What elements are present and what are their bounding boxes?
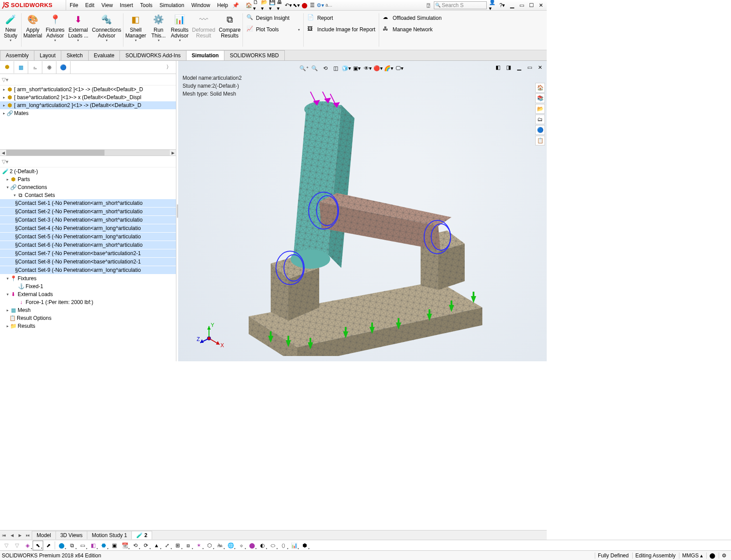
taskpane-home-icon[interactable]: 🏠	[535, 83, 545, 93]
compare-results-button[interactable]: ⧉ Compare Results	[217, 11, 242, 49]
user-icon[interactable]: 👤▾	[489, 1, 496, 9]
zoom-fit-icon[interactable]: 🔍⁺	[299, 63, 309, 73]
offloaded-sim-button[interactable]: ☁Offloaded Simulation	[382, 13, 442, 23]
menu-tools[interactable]: Tools	[137, 2, 156, 8]
plot-tools-button[interactable]: 📈Plot Tools▾	[246, 25, 301, 34]
contact-set-item[interactable]: §Contact Set-7 (-No Penetration<base^art…	[0, 249, 176, 258]
contact-set-item[interactable]: §Contact Set-3 (-No Penetration<arm_shor…	[0, 216, 176, 224]
select-icon[interactable]: ⬉▾	[292, 1, 300, 9]
menu-view[interactable]: View	[98, 2, 116, 8]
vp-panel-r-icon[interactable]: ◨	[503, 63, 513, 72]
contact-set-item[interactable]: §Contact Set-1 (-No Penetration<arm_shor…	[0, 199, 176, 208]
tree-item[interactable]: [ base^articulation2 ]<1>-> x (Default<<…	[14, 94, 141, 100]
panel-tab-feature[interactable]: ⬢	[0, 61, 14, 74]
close-icon[interactable]: ✕	[537, 1, 545, 9]
help-bubble-icon[interactable]: ⍰	[424, 1, 432, 9]
view-settings-icon[interactable]: 🖵▾	[395, 63, 404, 73]
maximize-icon[interactable]: ☐	[527, 1, 535, 9]
contact-set-item[interactable]: §Contact Set-8 (-No Penetration<base^art…	[0, 258, 176, 266]
hscrollbar[interactable]: ◀▶	[0, 149, 176, 156]
tree-fixed[interactable]: Fixed-1	[26, 283, 43, 289]
tree-item[interactable]: [ arm_long^articulation2 ]<1> -> (Defaul…	[14, 102, 141, 108]
run-this-button[interactable]: ⚙️ Run This... ▾	[148, 11, 169, 49]
display-style-icon[interactable]: ▣▾	[352, 63, 362, 73]
tree-item-mates[interactable]: Mates	[14, 110, 29, 116]
tree-connections[interactable]: Connections	[18, 184, 47, 190]
tree-fixtures[interactable]: Fixtures	[18, 275, 37, 282]
prev-view-icon[interactable]: ⟲	[321, 63, 330, 73]
taskpane-design-icon[interactable]: 📚	[535, 93, 545, 103]
search-input[interactable]: 🔍 Search S	[434, 1, 487, 9]
external-loads-button[interactable]: ⬇ External Loads ... ▾	[66, 11, 90, 49]
hide-show-icon[interactable]: 👁▾	[363, 63, 373, 73]
menu-simulation[interactable]: Simulation	[156, 2, 188, 8]
tree-results[interactable]: Results	[18, 323, 35, 329]
manage-network-button[interactable]: 🖧Manage Network	[382, 25, 442, 34]
shell-manager-button[interactable]: ◧ Shell Manager ▾	[123, 11, 148, 49]
tree-force[interactable]: Force-1 (:Per item: 2000 lbf:)	[26, 299, 93, 305]
taskpane-appearance-icon[interactable]: 🔵	[535, 125, 545, 135]
panel-tab-dim[interactable]: ⊕	[42, 61, 56, 74]
study-root[interactable]: 2 (-Default-)	[10, 168, 38, 174]
connections-advisor-button[interactable]: 🔩 Connections Advisor ▾	[90, 11, 123, 49]
menu-file[interactable]: File	[66, 2, 82, 8]
tab-mbd[interactable]: SOLIDWORKS MBD	[224, 50, 284, 60]
graphics-viewport[interactable]: 🔍⁺ 🔍 ⟲ ◫ 🧊▾ ▣▾ 👁▾ 🔴▾ 🌈▾ 🖵▾ ◧ ◨ ▁ ▭ ✕ 🏠 📚…	[178, 61, 547, 361]
zoom-area-icon[interactable]: 🔍	[310, 63, 320, 73]
open-icon[interactable]: 📂▾	[261, 1, 269, 9]
contact-set-item[interactable]: §Contact Set-4 (-No Penetration<arm_long…	[0, 224, 176, 233]
panel-nav-arrow[interactable]: 〉	[162, 61, 176, 74]
restore-icon[interactable]: ▭	[518, 1, 526, 9]
contact-set-item[interactable]: §Contact Set-9 (-No Penetration<arm_long…	[0, 266, 176, 274]
apply-material-button[interactable]: 🎨 Apply Material	[22, 11, 44, 49]
study-tree[interactable]: 🧪2 (-Default-) ▸⬢Parts ▾🔗Connections ▾⧉C…	[0, 167, 176, 361]
options-icon[interactable]: ☰	[308, 1, 316, 9]
tree-loads[interactable]: External Loads	[18, 291, 53, 297]
report-button[interactable]: 📄Report	[306, 13, 376, 23]
tab-evaluate[interactable]: Evaluate	[88, 50, 120, 60]
tab-simulation[interactable]: Simulation	[186, 50, 224, 60]
panel-tab-property[interactable]: ▦	[14, 61, 28, 74]
contact-set-item[interactable]: §Contact Set-5 (-No Penetration<arm_long…	[0, 233, 176, 241]
vp-minimize-icon[interactable]: ▁	[514, 63, 524, 72]
menu-edit[interactable]: Edit	[82, 2, 98, 8]
help-icon[interactable]: ?▾	[498, 1, 506, 9]
vp-close-icon[interactable]: ✕	[535, 63, 545, 72]
vp-restore-icon[interactable]: ▭	[525, 63, 534, 72]
tree-item[interactable]: [ arm_short^articulation2 ]<1> -> (Defau…	[14, 86, 143, 93]
panel-tab-appearance[interactable]: 🔵	[56, 61, 71, 74]
settings-icon[interactable]: ⚙▾	[316, 1, 324, 9]
taskpane-view-icon[interactable]: 🗂	[535, 115, 545, 124]
fixtures-advisor-button[interactable]: 📍 Fixtures Advisor ▾	[44, 11, 67, 49]
panel-tab-config[interactable]: ⎁	[28, 61, 42, 74]
section-view-icon[interactable]: ◫	[331, 63, 341, 73]
taskpane-file-icon[interactable]: 📂	[535, 104, 545, 114]
vp-panel-l-icon[interactable]: ◧	[493, 63, 503, 72]
save-icon[interactable]: 💾▾	[269, 1, 276, 9]
menu-insert[interactable]: Insert	[116, 2, 137, 8]
new-study-button[interactable]: 🧪 New Study ▾	[0, 11, 21, 49]
tab-addins[interactable]: SOLIDWORKS Add-Ins	[119, 50, 186, 60]
tree-contact-sets[interactable]: Contact Sets	[25, 192, 55, 198]
appearance-icon[interactable]: 🔴▾	[373, 63, 383, 73]
view-orient-icon[interactable]: 🧊▾	[342, 63, 351, 73]
contact-set-item[interactable]: §Contact Set-6 (-No Penetration<arm_shor…	[0, 241, 176, 249]
design-insight-button[interactable]: 🔍Design Insight	[246, 13, 301, 23]
include-image-button[interactable]: 🖼Include Image for Report	[306, 25, 376, 34]
feature-tree[interactable]: ▸⬢[ arm_short^articulation2 ]<1> -> (Def…	[0, 85, 176, 156]
print-icon[interactable]: 🖶▾	[276, 1, 284, 9]
menu-help[interactable]: Help	[214, 2, 232, 8]
results-advisor-button[interactable]: 📊 Results Advisor ▾	[169, 11, 190, 49]
filter-icon[interactable]: ▽▾	[2, 77, 8, 83]
undo-icon[interactable]: ↶▾	[284, 1, 292, 9]
scene-icon[interactable]: 🌈▾	[384, 63, 394, 73]
tree-result-options[interactable]: Result Options	[17, 315, 52, 321]
home-icon[interactable]: 🏠	[245, 1, 253, 9]
taskpane-custom-icon[interactable]: 📋	[535, 136, 545, 145]
tree-mesh[interactable]: Mesh	[18, 307, 30, 313]
minimize-icon[interactable]: ▁	[508, 1, 516, 9]
new-doc-icon[interactable]: 🗋▾	[253, 1, 261, 9]
tree-parts[interactable]: Parts	[18, 176, 30, 182]
tab-assembly[interactable]: Assembly	[0, 50, 34, 60]
rebuild-icon[interactable]: ⬤	[300, 1, 308, 9]
